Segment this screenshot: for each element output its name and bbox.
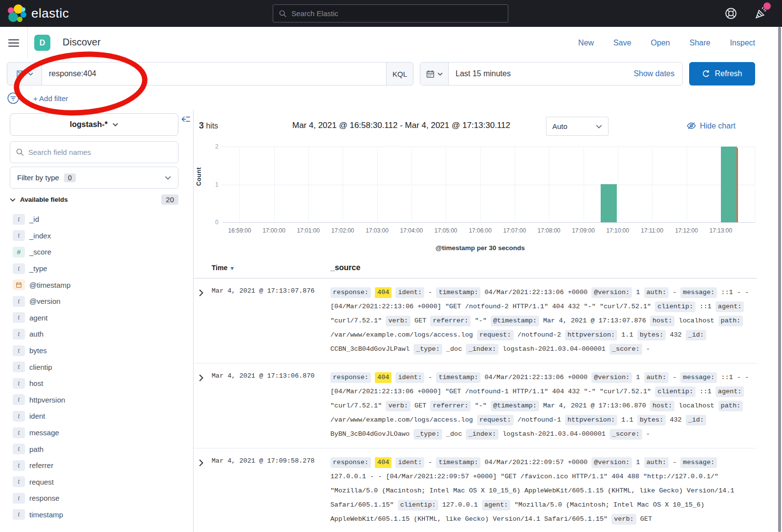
inspect-button[interactable]: Inspect — [730, 39, 755, 47]
doc-timestamp: Mar 4, 2021 @ 17:13:07.876 — [212, 285, 330, 295]
source-column-header: _source — [330, 263, 757, 272]
kibana-discover-page: elastic — [0, 0, 782, 532]
new-button[interactable]: New — [578, 39, 594, 47]
field-item-auth[interactable]: tauth — [13, 326, 179, 342]
open-button[interactable]: Open — [651, 39, 670, 47]
grid-line — [480, 147, 481, 222]
y-axis-tick: 1 — [208, 181, 218, 188]
field-item-clientip[interactable]: tclientip — [13, 359, 179, 375]
field-item-_index[interactable]: t_index — [13, 228, 179, 244]
field-name: response — [29, 494, 60, 502]
field-item-bytes[interactable]: tbytes — [13, 342, 179, 359]
x-axis-tick: 17:09:00 — [564, 227, 603, 234]
field-item-agent[interactable]: tagent — [13, 310, 179, 326]
add-filter-button[interactable]: + Add filter — [33, 94, 68, 103]
news-feed-button[interactable] — [755, 6, 767, 21]
field-item-path[interactable]: tpath — [13, 441, 179, 457]
date-quick-select-button[interactable] — [420, 63, 449, 85]
nav-menu-button[interactable] — [0, 27, 28, 59]
index-pattern-select[interactable]: logstash-* — [10, 113, 178, 136]
discover-app-badge[interactable]: D — [34, 35, 50, 51]
vertical-scrollbar[interactable] — [778, 27, 781, 532]
available-fields-count-badge: 20 — [161, 194, 178, 205]
grid-line — [239, 147, 240, 222]
field-name: _index — [29, 232, 51, 240]
x-axis-tick: 17:01:00 — [289, 227, 328, 234]
global-search-input[interactable] — [291, 9, 502, 18]
field-type-icon: t — [13, 476, 25, 487]
query-input[interactable] — [49, 69, 379, 78]
share-button[interactable]: Share — [690, 39, 711, 47]
hide-chart-button[interactable]: Hide chart — [687, 121, 736, 130]
chart-x-axis-label: @timestamp per 30 seconds — [222, 244, 738, 252]
field-item-httpversion[interactable]: thttpversion — [13, 392, 179, 408]
expand-row-button[interactable] — [194, 285, 212, 298]
field-name: _type — [29, 264, 47, 273]
search-icon — [279, 10, 286, 18]
field-type-icon: t — [13, 329, 25, 340]
chevron-down-icon — [10, 198, 16, 202]
x-axis-tick: 17:08:00 — [529, 227, 568, 234]
filter-type-count-badge: 0 — [64, 173, 76, 182]
field-item-timestamp[interactable]: ttimestamp — [13, 507, 179, 523]
grid-line — [446, 147, 446, 222]
x-axis-tick: 17:12:00 — [667, 227, 706, 234]
field-type-icon: t — [13, 509, 25, 520]
field-type-icon: t — [13, 411, 25, 422]
field-item-ident[interactable]: tident — [13, 408, 179, 425]
chevron-down-icon — [28, 72, 33, 76]
query-language-button[interactable]: KQL — [387, 62, 413, 85]
y-axis-tick: 0 — [208, 219, 218, 226]
field-item-_type[interactable]: t_type — [13, 260, 179, 277]
saved-query-menu-button[interactable] — [7, 62, 42, 85]
interval-select[interactable]: Auto — [546, 117, 608, 136]
field-item-referrer[interactable]: treferrer — [13, 457, 179, 474]
field-item-_id[interactable]: t_id — [13, 211, 179, 228]
help-icon[interactable] — [725, 7, 737, 20]
filter-bar: + Add filter — [7, 91, 68, 106]
notification-dot — [763, 2, 771, 10]
hits-count: 3 hits — [199, 121, 218, 131]
doc-source: response: 404 ident: - timestamp: 04/Mar… — [330, 455, 757, 526]
grid-line — [755, 147, 755, 222]
field-name: path — [29, 445, 43, 453]
table-header: Time▼ _source — [194, 259, 757, 278]
collapse-sidebar-button[interactable] — [181, 114, 191, 126]
grid-line — [584, 147, 584, 222]
table-rows: Mar 4, 2021 @ 17:13:07.876response: 404 … — [194, 278, 757, 532]
histogram-chart[interactable]: 01216:59:0017:00:0017:01:0017:02:0017:03… — [222, 147, 755, 222]
query-bar: KQL Last 15 minutes Show dates Refresh — [7, 62, 755, 85]
expand-row-button[interactable] — [194, 370, 212, 383]
expand-row-button[interactable] — [194, 455, 212, 468]
table-row: Mar 4, 2021 @ 17:09:58.278response: 404 … — [194, 448, 757, 532]
field-item-response[interactable]: tresponse — [13, 490, 179, 507]
save-button[interactable]: Save — [613, 39, 631, 47]
available-fields-header[interactable]: Available fields 20 — [10, 194, 178, 205]
time-column-header[interactable]: Time▼ — [212, 264, 330, 272]
filter-icon[interactable] — [7, 92, 20, 105]
field-item-message[interactable]: tmessage — [13, 425, 179, 441]
histogram-bar-17:13:00[interactable] — [721, 147, 737, 222]
field-search-box[interactable] — [10, 141, 178, 163]
x-axis-tick: 17:07:00 — [495, 227, 534, 234]
time-range-value[interactable]: Last 15 minutes — [456, 69, 633, 78]
filter-by-type-select[interactable]: Filter by type 0 — [10, 167, 178, 189]
field-item-host[interactable]: thost — [13, 375, 179, 392]
field-type-icon: t — [13, 230, 25, 241]
field-item-request[interactable]: trequest — [13, 474, 179, 490]
elastic-logo[interactable]: elastic — [8, 4, 69, 23]
field-search-input[interactable] — [28, 148, 172, 156]
global-search-box[interactable] — [273, 4, 508, 22]
refresh-button[interactable]: Refresh — [689, 62, 755, 85]
collapse-left-icon — [181, 114, 191, 124]
save-query-icon — [16, 70, 24, 78]
table-row: Mar 4, 2021 @ 17:13:07.876response: 404 … — [194, 278, 757, 363]
app-header: D Discover New Save Open Share Inspect — [0, 27, 782, 59]
field-type-icon: t — [13, 263, 25, 274]
histogram-bar-17:09:30[interactable] — [601, 184, 617, 222]
field-type-icon: # — [13, 247, 25, 257]
show-dates-button[interactable]: Show dates — [633, 69, 674, 78]
field-item-@timestamp[interactable]: @timestamp — [13, 277, 179, 293]
field-item-@version[interactable]: t@version — [13, 293, 179, 310]
field-item-_score[interactable]: #_score — [13, 244, 179, 260]
